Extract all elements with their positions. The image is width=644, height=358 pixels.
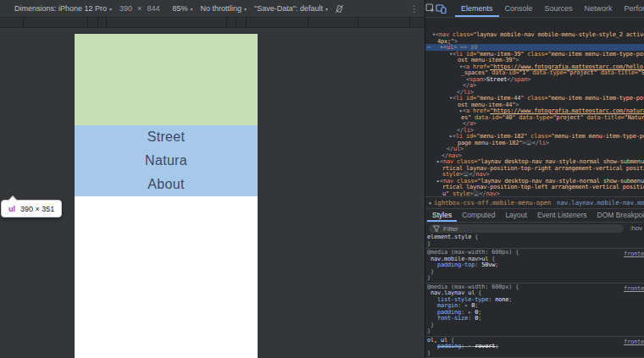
style-declaration-row[interactable]: list-style-type: none; — [425, 297, 644, 304]
style-declaration-row[interactable]: padding: ▸ revert; — [425, 344, 644, 350]
style-rule-section: element.style {} — [425, 234, 644, 249]
style-declaration-row[interactable]: font-size: 0; — [425, 316, 644, 322]
elements-tree-row[interactable]: u" style>…</nav> — [425, 190, 644, 197]
style-declaration-row[interactable]: @media (max-width: 600px) { — [425, 250, 644, 256]
nav-link-natura[interactable]: Natura — [145, 149, 187, 173]
styles-tab-event-listeners[interactable]: Event Listeners — [532, 209, 592, 222]
styles-filter-input[interactable]: Filter — [429, 224, 624, 233]
style-rule-section: @media (max-width: 600px) {nav.mobile-na… — [425, 249, 644, 284]
device-toolbar: Dimensions: iPhone 12 Pro ▾ 390 × 844 85… — [0, 0, 425, 17]
stylesheet-source-link[interactable]: fronte — [624, 285, 644, 292]
breadcrumb: ◂ ightbox-css-off.mobile-menu-opennav.la… — [425, 196, 644, 208]
save-data-value: "Save-Data": default — [254, 4, 323, 13]
nav-link-about[interactable]: About — [147, 173, 184, 196]
styles-tab-computed[interactable]: Computed — [457, 209, 500, 222]
nav-link-street[interactable]: Street — [147, 125, 186, 149]
style-declaration-row[interactable]: nav.laynav ul { — [425, 290, 644, 297]
style-declaration-row[interactable]: } — [425, 275, 644, 282]
style-declaration-row[interactable]: margin: ▸ 0; — [425, 303, 644, 310]
zoom-value: 85% — [172, 4, 187, 13]
inspect-icon[interactable] — [425, 3, 436, 14]
styles-tab-layout[interactable]: Layout — [500, 209, 532, 222]
padding-highlight-overlay — [75, 34, 258, 125]
tooltip-dimensions: 390 × 351 — [20, 205, 54, 213]
browser-region: Dimensions: iPhone 12 Pro ▾ 390 × 844 85… — [0, 0, 425, 358]
media-query-divider — [409, 18, 410, 27]
media-query-divider — [23, 18, 24, 27]
style-declaration-row[interactable]: element.style { — [425, 234, 644, 241]
tooltip-tag-name: ul — [8, 205, 15, 213]
rotate-icon[interactable] — [335, 4, 344, 14]
device-mode-canvas: StreetNaturaAbout ul 390 × 351 — [0, 28, 425, 358]
styles-tab-dom-breakpoints[interactable]: DOM Breakpoints — [592, 209, 644, 222]
media-query-divider — [226, 18, 227, 27]
tab-network[interactable]: Network — [579, 0, 619, 17]
style-declaration-row[interactable]: } — [425, 241, 644, 248]
style-declaration-row[interactable]: nav.mobile-nav>ul { — [425, 256, 644, 263]
chevron-down-icon: ▾ — [109, 6, 112, 12]
device-toolbar-toggle-icon[interactable] — [436, 4, 447, 14]
filter-icon — [433, 225, 440, 232]
media-query-divider — [87, 18, 88, 27]
style-rule-section: @media (max-width: 600px) {nav.laynav ul… — [425, 284, 644, 337]
styles-filter-row: Filter :hov — [425, 222, 644, 234]
tab-elements[interactable]: Elements — [455, 0, 499, 17]
stylesheet-source-link[interactable]: fronte — [624, 251, 644, 257]
zoom-select[interactable]: 85% ▾ — [172, 4, 192, 13]
emulated-page: StreetNaturaAbout — [75, 34, 258, 358]
device-toolbar-menu-icon[interactable]: ⋮ — [410, 4, 419, 14]
devtools-panel: ElementsConsoleSourcesNetworkPerformance… — [425, 0, 644, 358]
media-query-bar[interactable] — [0, 17, 425, 28]
media-query-divider — [358, 18, 358, 27]
device-type-select[interactable]: Dimensions: iPhone 12 Pro ▾ — [14, 4, 112, 13]
element-dimensions-tooltip: ul 390 × 351 — [1, 200, 62, 218]
tab-performance[interactable]: Performance — [619, 0, 644, 17]
styles-pane: element.style {}@media (max-width: 600px… — [425, 234, 644, 358]
style-declaration-row[interactable]: } — [425, 328, 644, 335]
hover-state-toggle[interactable]: :hov — [630, 224, 642, 233]
style-declaration-row[interactable]: } — [425, 350, 644, 357]
breadcrumb-items: ightbox-css-off.mobile-menu-opennav.layn… — [434, 199, 644, 207]
save-data-select[interactable]: "Save-Data": default ▾ — [254, 4, 328, 13]
tab-sources[interactable]: Sources — [539, 0, 579, 17]
elements-tree: ▾<nav class="laynav mobile-nav mobile-me… — [425, 18, 644, 196]
styles-sidebar-tabs: StylesComputedLayoutEvent ListenersDOM B… — [425, 208, 644, 222]
media-query-divider — [236, 18, 236, 27]
stylesheet-source-link[interactable]: fronte — [624, 339, 644, 345]
tab-console[interactable]: Console — [499, 0, 539, 17]
throttling-value: No throttling — [200, 4, 242, 13]
style-declaration-row[interactable]: padding: ▸ 0; — [425, 310, 644, 317]
width-input[interactable]: 390 — [119, 4, 132, 13]
content-highlight-overlay: StreetNaturaAbout — [75, 125, 258, 196]
styles-tab-styles[interactable]: Styles — [427, 209, 457, 222]
breadcrumb-item[interactable]: ightbox-css-off.mobile-menu-open — [434, 199, 551, 207]
style-declaration-row[interactable]: } — [425, 269, 644, 276]
style-declaration-row[interactable]: } — [425, 322, 644, 329]
chevron-down-icon: ▾ — [244, 6, 247, 12]
media-query-divider — [97, 18, 98, 27]
throttling-select[interactable]: No throttling ▾ — [200, 4, 247, 13]
chevron-down-icon: ▾ — [325, 6, 328, 12]
panel-tabs: ElementsConsoleSourcesNetworkPerformance — [455, 0, 644, 17]
style-declaration-row[interactable]: ol, ul { — [425, 338, 644, 344]
style-declaration-row[interactable]: padding-top: 50vw; — [425, 262, 644, 269]
devtools-tabbar: ElementsConsoleSourcesNetworkPerformance… — [425, 0, 644, 18]
style-declaration-row[interactable]: @media (max-width: 600px) { — [425, 284, 644, 291]
breadcrumb-back-icon[interactable]: ◂ — [425, 200, 434, 207]
style-rule-section: ol, ul {padding: ▸ revert;}fronte — [425, 337, 644, 358]
chevron-down-icon: ▾ — [190, 6, 192, 12]
media-query-divider — [106, 18, 107, 27]
height-input[interactable]: 844 — [147, 4, 159, 13]
media-query-divider — [246, 18, 247, 27]
filter-placeholder: Filter — [443, 225, 458, 233]
device-type-label: Dimensions: iPhone 12 Pro — [14, 4, 107, 13]
breadcrumb-item[interactable]: nav.laynav.mobile-nav.mobile-menu-style-… — [557, 199, 644, 207]
media-query-divider — [308, 18, 308, 27]
times-separator: × — [137, 4, 142, 13]
